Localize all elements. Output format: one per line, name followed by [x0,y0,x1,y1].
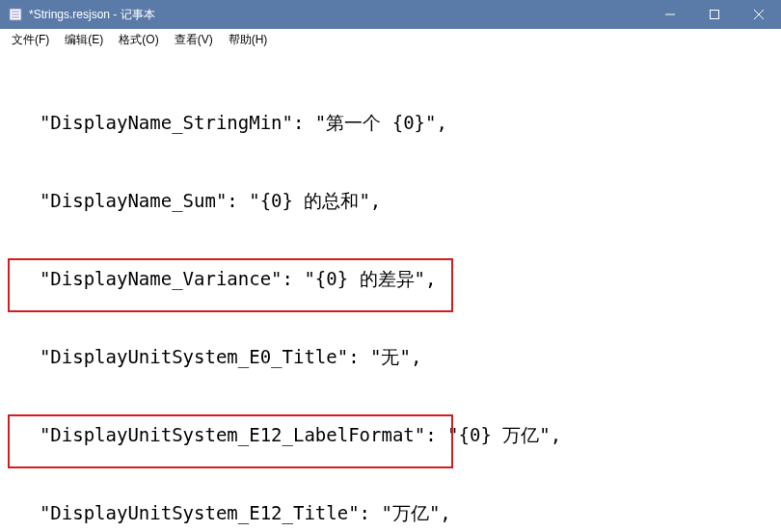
svg-rect-5 [711,11,719,19]
app-window: *Strings.resjson - 记事本 文件(F) 编辑(E) 格式(O)… [0,0,781,532]
code-line: "DisplayUnitSystem_E12_Title": "万亿", [17,500,781,526]
window-controls [648,0,781,29]
code-line: "DisplayUnitSystem_E12_LabelFormat": "{0… [17,422,781,448]
code-line: "DisplayName_StringMin": "第一个 {0}", [17,110,781,136]
text-content: "DisplayName_StringMin": "第一个 {0}", "Dis… [0,50,781,532]
window-title: *Strings.resjson - 记事本 [29,7,648,23]
code-line: "DisplayName_Variance": "{0} 的差异", [17,266,781,292]
close-button[interactable] [737,0,781,29]
code-line: "DisplayUnitSystem_E0_Title": "无", [17,344,781,370]
minimize-button[interactable] [648,0,692,29]
menu-view[interactable]: 查看(V) [167,30,221,50]
notepad-icon [8,7,23,22]
titlebar: *Strings.resjson - 记事本 [0,0,781,29]
menu-format[interactable]: 格式(O) [111,30,166,50]
maximize-button[interactable] [692,0,737,29]
menu-file[interactable]: 文件(F) [4,30,57,50]
menu-edit[interactable]: 编辑(E) [57,30,111,50]
code-line: "DisplayName_Sum": "{0} 的总和", [17,188,781,214]
editor-area[interactable]: "DisplayName_StringMin": "第一个 {0}", "Dis… [0,50,781,532]
menubar: 文件(F) 编辑(E) 格式(O) 查看(V) 帮助(H) [0,29,781,50]
menu-help[interactable]: 帮助(H) [221,30,276,50]
